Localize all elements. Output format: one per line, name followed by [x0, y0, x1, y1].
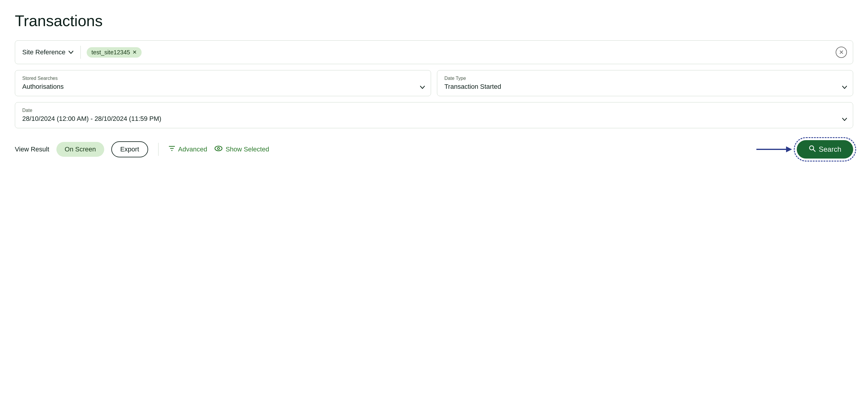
stored-searches-dropdown[interactable]: Stored Searches Authorisations: [15, 70, 431, 96]
clear-all-button[interactable]: ✕: [836, 47, 847, 58]
date-type-value: Transaction Started: [444, 83, 846, 91]
date-range-dropdown[interactable]: Date 28/10/2024 (12:00 AM) - 28/10/2024 …: [15, 102, 853, 128]
stored-searches-label: Stored Searches: [22, 76, 424, 81]
eye-icon: [214, 146, 223, 153]
show-selected-label: Show Selected: [226, 146, 269, 153]
site-reference-label: Site Reference: [22, 49, 81, 56]
search-button-wrapper: Search: [797, 140, 853, 158]
stored-searches-value: Authorisations: [22, 83, 424, 91]
svg-line-5: [813, 150, 815, 152]
advanced-button[interactable]: Advanced: [168, 145, 207, 153]
advanced-label: Advanced: [178, 146, 207, 153]
site-ref-divider: [81, 46, 81, 59]
site-reference-chevron-icon[interactable]: [69, 50, 73, 55]
svg-point-1: [217, 148, 219, 150]
on-screen-button[interactable]: On Screen: [56, 142, 104, 157]
site-reference-text: Site Reference: [22, 49, 66, 56]
svg-point-0: [215, 146, 222, 151]
bottom-toolbar: View Result On Screen Export Advanced Sh…: [15, 137, 853, 161]
filter-icon: [168, 145, 175, 153]
search-label: Search: [819, 145, 841, 153]
date-range-label: Date: [22, 108, 846, 113]
toolbar-divider: [158, 143, 159, 156]
view-result-label: View Result: [15, 146, 49, 153]
date-range-value: 28/10/2024 (12:00 AM) - 28/10/2024 (11:5…: [22, 115, 846, 123]
stored-searches-date-type-row: Stored Searches Authorisations Date Type…: [15, 70, 853, 96]
site-reference-tag: test_site12345 ✕: [87, 47, 142, 58]
date-type-chevron-icon: [842, 85, 847, 90]
export-button[interactable]: Export: [111, 141, 148, 157]
search-arrow-wrapper: Search: [756, 140, 853, 158]
search-icon: [809, 145, 816, 154]
site-reference-filter: Site Reference test_site12345 ✕ ✕: [15, 40, 853, 64]
site-reference-tag-close-icon[interactable]: ✕: [132, 50, 137, 55]
date-range-chevron-icon: [842, 117, 847, 122]
search-button[interactable]: Search: [797, 140, 853, 158]
date-type-dropdown[interactable]: Date Type Transaction Started: [437, 70, 853, 96]
stored-searches-chevron-icon: [420, 85, 425, 90]
page-title: Transactions: [15, 12, 853, 30]
date-type-label: Date Type: [444, 76, 846, 81]
clear-all-icon: ✕: [839, 49, 844, 56]
svg-marker-3: [786, 146, 792, 152]
site-reference-tag-value: test_site12345: [91, 49, 130, 56]
filter-section: Site Reference test_site12345 ✕ ✕ Stored…: [15, 40, 853, 128]
show-selected-button[interactable]: Show Selected: [214, 146, 269, 153]
arrow-line: [756, 145, 792, 154]
